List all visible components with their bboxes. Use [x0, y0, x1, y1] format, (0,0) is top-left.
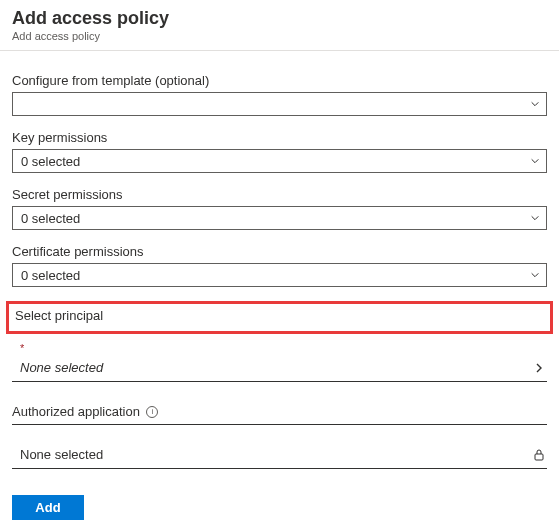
authorized-application-section: Authorized application i None selected [12, 402, 547, 469]
info-icon[interactable]: i [146, 406, 158, 418]
select-principal-picker[interactable]: None selected [12, 356, 547, 382]
panel-header: Add access policy Add access policy [0, 0, 559, 51]
key-permissions-select[interactable]: 0 selected [12, 149, 547, 173]
certificate-permissions-value: 0 selected [21, 268, 80, 283]
authorized-application-label: Authorized application [12, 404, 140, 419]
chevron-down-icon [530, 156, 540, 166]
template-select[interactable] [12, 92, 547, 116]
template-label: Configure from template (optional) [12, 73, 547, 88]
chevron-right-icon [533, 362, 545, 374]
certificate-permissions-field: Certificate permissions 0 selected [12, 244, 547, 287]
footer: Add [12, 495, 547, 520]
secret-permissions-value: 0 selected [21, 211, 80, 226]
key-permissions-field: Key permissions 0 selected [12, 130, 547, 173]
key-permissions-value: 0 selected [21, 154, 80, 169]
chevron-down-icon [530, 213, 540, 223]
certificate-permissions-label: Certificate permissions [12, 244, 547, 259]
authorized-application-label-row: Authorized application i [12, 402, 547, 425]
secret-permissions-label: Secret permissions [12, 187, 547, 202]
authorized-application-value: None selected [20, 447, 103, 462]
select-principal-value: None selected [20, 360, 103, 375]
secret-permissions-field: Secret permissions 0 selected [12, 187, 547, 230]
required-indicator: * [20, 342, 547, 354]
select-principal-highlight: Select principal [6, 301, 553, 334]
key-permissions-label: Key permissions [12, 130, 547, 145]
svg-rect-0 [535, 454, 543, 460]
authorized-application-picker: None selected [12, 443, 547, 469]
select-principal-label: Select principal [15, 308, 544, 323]
page-title: Add access policy [12, 8, 547, 29]
chevron-down-icon [530, 99, 540, 109]
lock-icon [533, 448, 545, 462]
certificate-permissions-select[interactable]: 0 selected [12, 263, 547, 287]
secret-permissions-select[interactable]: 0 selected [12, 206, 547, 230]
add-button[interactable]: Add [12, 495, 84, 520]
panel-content: Configure from template (optional) Key p… [0, 51, 559, 529]
chevron-down-icon [530, 270, 540, 280]
template-field: Configure from template (optional) [12, 73, 547, 116]
page-subtitle: Add access policy [12, 30, 547, 42]
